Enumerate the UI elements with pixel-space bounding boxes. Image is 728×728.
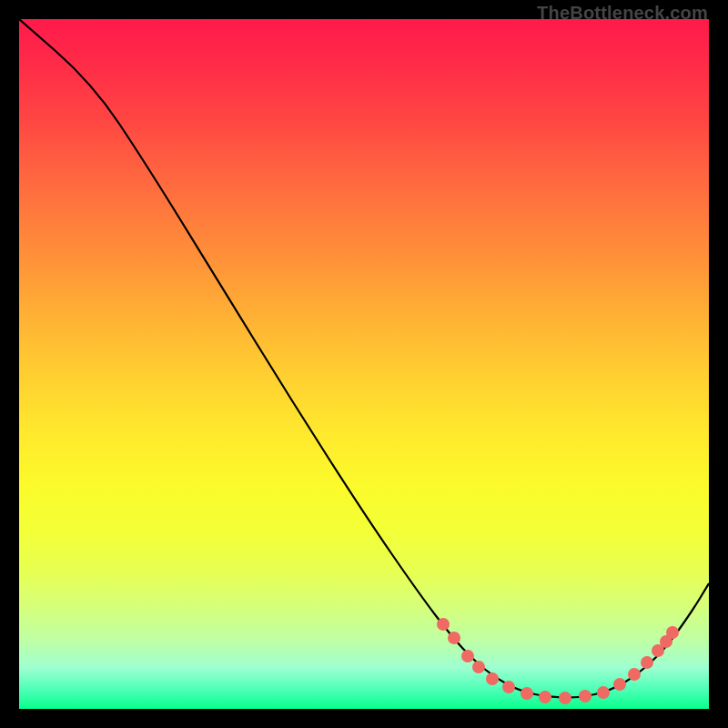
marker-point [521, 687, 533, 700]
marker-point [628, 668, 641, 681]
chart-svg [19, 19, 709, 709]
plot-area [19, 19, 709, 709]
curve-line [19, 19, 709, 698]
marker-point [486, 672, 499, 685]
marker-point [641, 656, 653, 669]
marker-point [559, 692, 571, 704]
marker-point [666, 626, 679, 639]
marker-point [579, 690, 592, 703]
marker-point [461, 650, 474, 662]
chart-container: TheBottleneck.com [0, 0, 728, 728]
marker-point [613, 678, 626, 691]
marker-point [597, 686, 610, 699]
marker-point [448, 632, 460, 644]
watermark-text: TheBottleneck.com [537, 3, 708, 24]
marker-point [437, 618, 450, 631]
marker-point [539, 691, 551, 703]
marker-point [502, 681, 515, 693]
marker-point [472, 661, 485, 673]
